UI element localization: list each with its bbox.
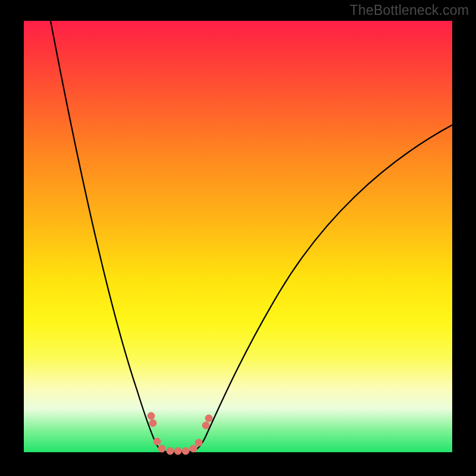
curve-left-branch — [51, 21, 167, 452]
curve-markers — [148, 412, 212, 455]
watermark-text: TheBottleneck.com — [350, 2, 469, 18]
curve-right-branch — [189, 125, 452, 452]
svg-point-0 — [148, 412, 155, 419]
svg-point-1 — [149, 419, 156, 427]
svg-point-3 — [158, 445, 165, 452]
svg-point-4 — [167, 447, 174, 455]
bottleneck-curve — [24, 21, 452, 452]
svg-point-8 — [195, 439, 202, 446]
plot-area — [24, 21, 452, 452]
svg-point-2 — [154, 438, 161, 445]
chart-root: TheBottleneck.com — [0, 0, 476, 476]
svg-point-10 — [205, 415, 212, 422]
svg-point-5 — [174, 447, 181, 455]
svg-point-7 — [190, 445, 197, 452]
svg-point-9 — [202, 422, 209, 429]
svg-point-6 — [182, 447, 189, 455]
